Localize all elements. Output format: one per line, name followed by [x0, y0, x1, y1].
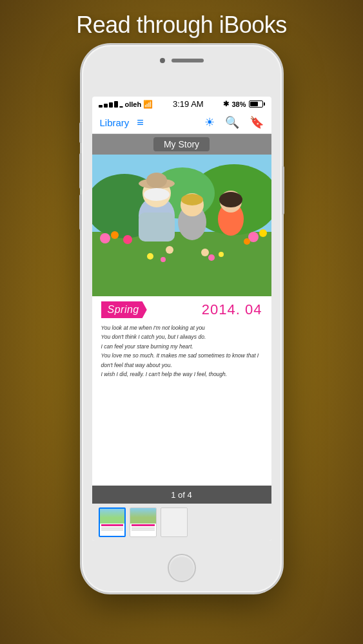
camera-dot [160, 58, 165, 63]
signal-bar-1 [99, 105, 103, 108]
svg-point-5 [100, 233, 110, 243]
page-indicator: 1 of 4 [171, 490, 192, 500]
status-bar: olleh 📶 3:19 AM ✱ 38% [92, 97, 271, 111]
svg-point-22 [219, 192, 242, 207]
ibooks-toolbar: Library ≡ ☀ 🔍 🔖 [92, 111, 271, 134]
mute-button [79, 122, 82, 143]
garden-image [92, 155, 271, 296]
thumb-garden-2 [130, 508, 156, 524]
volume-up-button [79, 153, 82, 189]
battery-fill [250, 102, 258, 106]
svg-point-24 [201, 249, 209, 256]
status-right: ✱ 38% [223, 100, 264, 108]
svg-point-25 [147, 253, 153, 260]
svg-point-23 [166, 246, 173, 254]
svg-point-27 [208, 254, 215, 261]
poem-line-1: You look at me when I'm not looking at y… [101, 323, 262, 332]
thumb-spring-2 [132, 524, 155, 526]
status-time: 3:19 AM [173, 99, 204, 109]
poem-area: You look at me when I'm not looking at y… [92, 321, 271, 486]
home-button[interactable] [168, 554, 196, 582]
page-content: Spring 2014. 04 You look at me when I'm … [92, 155, 271, 486]
svg-point-14 [146, 173, 167, 188]
signal-bar-3 [109, 102, 113, 108]
power-button [282, 166, 284, 214]
svg-point-26 [161, 257, 166, 262]
svg-point-7 [123, 235, 132, 244]
bookmark-icon[interactable]: 🔖 [250, 115, 264, 129]
signal-bars [99, 101, 123, 108]
library-button[interactable]: Library [100, 117, 130, 128]
book-title: My Story [153, 137, 210, 151]
thumbnail-1[interactable] [99, 507, 126, 537]
poem-line-2: You don't think I catch you, but I alway… [101, 332, 262, 341]
poem-line-3: I can feel your stare burning my heart. [101, 342, 262, 351]
svg-point-19 [181, 194, 203, 205]
book-title-bar: My Story [92, 134, 271, 155]
phone-screen: olleh 📶 3:19 AM ✱ 38% Library ≡ ☀ 🔍 [92, 97, 271, 541]
volume-down-button [79, 194, 82, 230]
wifi-icon: 📶 [143, 100, 153, 109]
battery-tip [264, 102, 265, 106]
thumb-text-2 [130, 527, 156, 533]
svg-point-28 [219, 252, 224, 257]
spring-banner: Spring [101, 301, 147, 318]
battery-body [249, 100, 263, 108]
phone-top-bar [160, 58, 204, 63]
phone-mockup: olleh 📶 3:19 AM ✱ 38% Library ≡ ☀ 🔍 [82, 45, 282, 592]
bluetooth-icon: ✱ [223, 100, 229, 108]
page-headline: Read through iBooks [76, 12, 287, 39]
season-area: Spring 2014. 04 [92, 296, 271, 321]
status-left: olleh 📶 [99, 100, 153, 109]
carrier-name: olleh [125, 100, 142, 108]
svg-point-10 [244, 238, 250, 245]
battery-icon [249, 100, 265, 108]
garden-svg [92, 155, 271, 296]
page-indicator-bar: 1 of 4 [92, 486, 271, 504]
list-icon[interactable]: ≡ [137, 116, 144, 129]
svg-point-6 [111, 231, 119, 239]
thumb-spring-1 [101, 524, 123, 526]
poem-line-5: I wish I did, really. I can't help the w… [101, 370, 262, 379]
search-icon[interactable]: 🔍 [225, 115, 239, 129]
thumbnail-2[interactable] [130, 507, 157, 537]
thumb-garden-1 [100, 509, 124, 524]
thumb-text-1 [100, 527, 124, 533]
signal-bar-5 [119, 106, 123, 108]
season-label: Spring [101, 301, 147, 318]
svg-point-15 [144, 188, 170, 201]
signal-bar-2 [104, 104, 108, 108]
brightness-icon[interactable]: ☀ [204, 115, 215, 129]
signal-bar-4 [114, 101, 118, 108]
battery-percent: 38% [231, 100, 246, 108]
svg-rect-16 [139, 213, 175, 242]
thumbnail-strip [92, 504, 271, 541]
thumbnail-3[interactable] [161, 507, 188, 537]
date-label: 2014. 04 [202, 301, 262, 318]
poem-line-4: You love me so much. It makes me sad som… [101, 351, 262, 370]
svg-point-9 [259, 229, 267, 237]
speaker-slot [172, 59, 204, 62]
